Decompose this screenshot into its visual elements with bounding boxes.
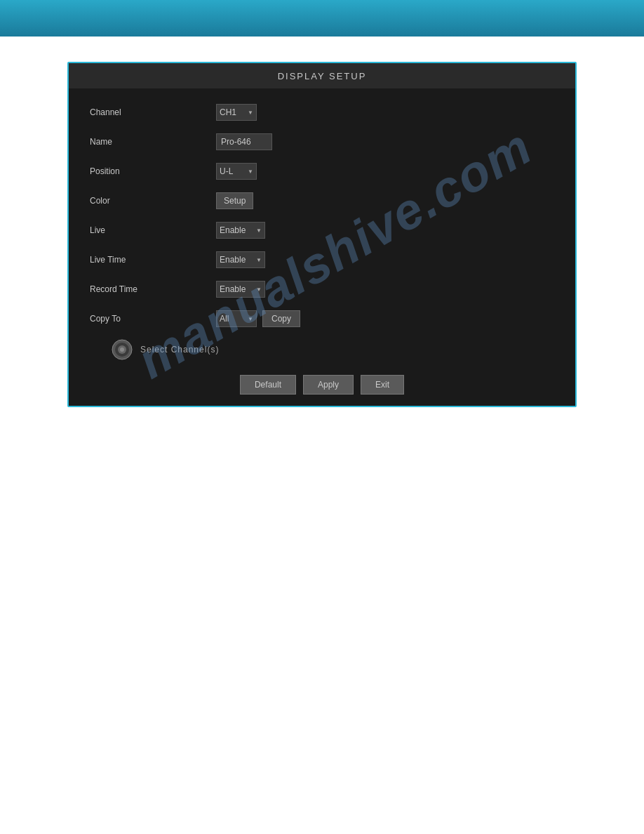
position-row: Position U-L ▼ xyxy=(90,161,554,181)
name-control xyxy=(216,133,272,150)
copy-to-value: All xyxy=(220,314,229,324)
bottom-buttons: Default Apply Exit xyxy=(90,375,554,395)
channel-row: Channel CH1 ▼ xyxy=(90,102,554,122)
channel-control: CH1 ▼ xyxy=(216,104,257,121)
copy-to-control: All ▼ Copy xyxy=(216,310,300,327)
channel-value: CH1 xyxy=(220,107,236,117)
position-value: U-L xyxy=(220,166,233,176)
record-time-label: Record Time xyxy=(90,284,216,294)
apply-button[interactable]: Apply xyxy=(303,375,354,395)
live-control: Enable ▼ xyxy=(216,222,265,239)
dialog-title: DISPLAY SETUP xyxy=(278,71,367,81)
svg-point-3 xyxy=(120,348,124,352)
copy-to-select[interactable]: All ▼ xyxy=(216,310,257,327)
copy-to-row: Copy To All ▼ Copy xyxy=(90,309,554,329)
channel-select[interactable]: CH1 ▼ xyxy=(216,104,257,121)
color-row: Color Setup xyxy=(90,191,554,211)
live-time-label: Live Time xyxy=(90,255,216,265)
live-label: Live xyxy=(90,225,216,235)
copy-to-dropdown-arrow: ▼ xyxy=(248,316,253,322)
dialog-title-bar: DISPLAY SETUP xyxy=(69,63,575,88)
record-time-value: Enable xyxy=(220,284,246,294)
exit-button[interactable]: Exit xyxy=(361,375,404,395)
live-time-select[interactable]: Enable ▼ xyxy=(216,251,265,268)
copy-button[interactable]: Copy xyxy=(262,310,300,327)
position-dropdown-arrow: ▼ xyxy=(248,168,253,175)
record-time-select[interactable]: Enable ▼ xyxy=(216,281,265,298)
position-control: U-L ▼ xyxy=(216,163,257,180)
live-dropdown-arrow: ▼ xyxy=(256,227,262,234)
live-value: Enable xyxy=(220,225,246,235)
select-channels-text: Select Channel(s) xyxy=(140,345,219,355)
color-setup-button[interactable]: Setup xyxy=(216,192,253,209)
channel-dropdown-arrow: ▼ xyxy=(248,110,253,116)
live-time-dropdown-arrow: ▼ xyxy=(256,257,262,263)
live-time-control: Enable ▼ xyxy=(216,251,265,268)
display-setup-dialog: DISPLAY SETUP Channel CH1 ▼ Name Positio… xyxy=(67,62,577,407)
color-label: Color xyxy=(90,196,216,206)
dialog-content: Channel CH1 ▼ Name Position U-L ▼ xyxy=(69,88,575,409)
position-label: Position xyxy=(90,166,216,176)
record-time-control: Enable ▼ xyxy=(216,281,265,298)
record-time-row: Record Time Enable ▼ xyxy=(90,279,554,299)
top-bar xyxy=(0,0,644,37)
select-channels-row: Select Channel(s) xyxy=(90,338,554,361)
default-button[interactable]: Default xyxy=(240,375,296,395)
position-select[interactable]: U-L ▼ xyxy=(216,163,257,180)
select-channels-icon[interactable] xyxy=(111,338,133,361)
live-select[interactable]: Enable ▼ xyxy=(216,222,265,239)
name-label: Name xyxy=(90,137,216,147)
color-control: Setup xyxy=(216,192,253,209)
channel-label: Channel xyxy=(90,107,216,117)
record-time-dropdown-arrow: ▼ xyxy=(256,286,262,293)
live-time-value: Enable xyxy=(220,255,246,265)
live-row: Live Enable ▼ xyxy=(90,220,554,240)
name-input[interactable] xyxy=(216,133,272,150)
copy-to-label: Copy To xyxy=(90,314,216,324)
live-time-row: Live Time Enable ▼ xyxy=(90,250,554,270)
name-row: Name xyxy=(90,132,554,152)
